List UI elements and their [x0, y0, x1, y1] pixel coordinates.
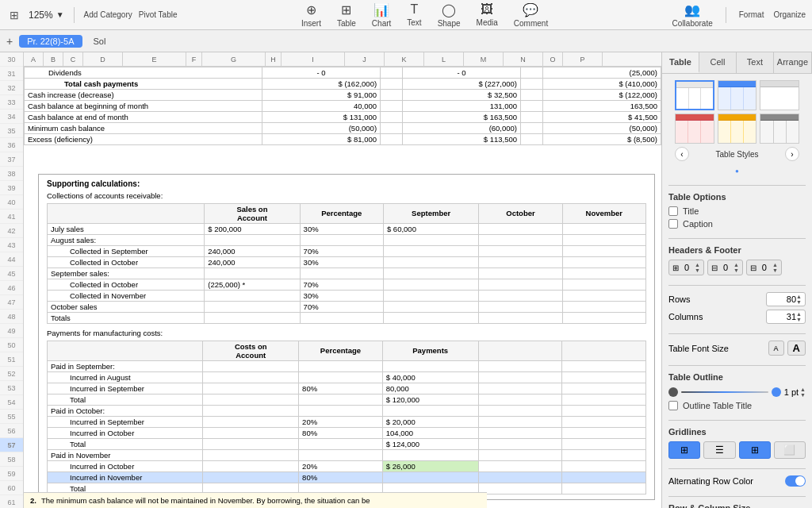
- ar-sepoct-oct[interactable]: [479, 279, 562, 290]
- mfg-paidoct-account[interactable]: [203, 405, 299, 416]
- mfg-paidoct-e2[interactable]: [562, 405, 646, 416]
- toolbar-collaborate[interactable]: 👥 Collaborate: [672, 2, 713, 28]
- caption-checkbox[interactable]: [668, 219, 678, 229]
- ar-augoct-oct[interactable]: [479, 256, 562, 267]
- mfg-octtotal-e1[interactable]: [478, 438, 562, 449]
- mfg-paidnov-pct[interactable]: [299, 449, 383, 460]
- mfg-paidoct-pct[interactable]: [299, 405, 383, 416]
- ar-july-oct[interactable]: [479, 223, 562, 234]
- zoom-dropdown-icon[interactable]: ▼: [56, 10, 64, 19]
- mfg-septotal-e2[interactable]: [562, 394, 646, 405]
- gridlines-horiz[interactable]: ☰: [703, 441, 735, 459]
- title-checkbox[interactable]: [668, 206, 678, 216]
- ar-sep-oct[interactable]: [479, 267, 562, 279]
- mfg-paidnov-e1[interactable]: [478, 449, 562, 460]
- mfg-paidsep-account[interactable]: [203, 360, 299, 371]
- gridlines-all[interactable]: ⊞: [668, 441, 700, 459]
- table-style-1[interactable]: [675, 80, 714, 110]
- mfg-novinc-pay[interactable]: [382, 471, 478, 483]
- ar-july-pct[interactable]: 30%: [300, 223, 383, 234]
- toolbar-shape[interactable]: ◯ Shape: [438, 2, 461, 28]
- ar-aug-sep[interactable]: [383, 234, 478, 245]
- header-rows-stepper[interactable]: ▲ ▼: [695, 262, 700, 273]
- table-style-4[interactable]: [675, 114, 714, 144]
- mfg-novinc-pct[interactable]: 80%: [299, 471, 383, 483]
- ar-totals-nov[interactable]: [562, 312, 645, 323]
- mfg-novinc-e1[interactable]: [478, 471, 562, 483]
- table-style-3[interactable]: [760, 80, 799, 110]
- toolbar-add-category[interactable]: Add Category: [84, 10, 132, 19]
- mfg-octinc-e2[interactable]: [562, 427, 646, 438]
- mfg-octinc-e1[interactable]: [478, 427, 562, 438]
- mfg-octtotal-e2[interactable]: [562, 438, 646, 449]
- mfg-octnov-pct[interactable]: 20%: [299, 460, 383, 471]
- ar-sepoct-nov[interactable]: [562, 279, 645, 290]
- mfg-aug-e1[interactable]: [478, 371, 562, 383]
- mfg-septotal-account[interactable]: [203, 394, 299, 405]
- cell-e-31[interactable]: $ (162,000): [262, 79, 381, 90]
- app-icon[interactable]: ⊞: [6, 7, 22, 23]
- mfg-septotal-pct[interactable]: [299, 394, 383, 405]
- ar-augsep-account[interactable]: 240,000: [205, 245, 300, 256]
- mfg-sepoct-e2[interactable]: [562, 416, 646, 427]
- mfg-octnov-e2[interactable]: [562, 460, 646, 471]
- ar-july-nov[interactable]: [562, 223, 645, 234]
- toolbar-text[interactable]: T Text: [407, 2, 421, 27]
- ar-augoct-nov[interactable]: [562, 256, 645, 267]
- mfg-paidnov-pay[interactable]: [382, 449, 478, 460]
- header-rows-down[interactable]: ▼: [695, 267, 700, 273]
- mfg-novtotal-e1[interactable]: [478, 483, 562, 494]
- header-cols-up[interactable]: ▲: [733, 262, 739, 267]
- ar-aug-account[interactable]: [205, 234, 300, 245]
- mfg-sepinc-e2[interactable]: [562, 383, 646, 394]
- cell-g-33[interactable]: 131,000: [403, 101, 521, 112]
- panel-tab-table[interactable]: Table: [662, 52, 699, 73]
- cell-e-35[interactable]: (50,000): [262, 123, 381, 134]
- cell-g-36[interactable]: $ 113,500: [403, 134, 521, 145]
- panel-tab-arrange[interactable]: Arrange: [774, 52, 812, 73]
- mfg-sepinc-pct[interactable]: 80%: [299, 383, 383, 394]
- table-style-2[interactable]: [718, 80, 757, 110]
- ar-totals-account[interactable]: [205, 312, 300, 323]
- ar-totals-pct[interactable]: [300, 312, 383, 323]
- ar-augsep-nov[interactable]: [562, 245, 645, 256]
- cell-i-36[interactable]: $ (8,500): [542, 134, 661, 145]
- mfg-paidnov-e2[interactable]: [562, 449, 646, 460]
- mfg-sepoct-pct[interactable]: 20%: [299, 416, 383, 427]
- cell-e-30[interactable]: - 0: [262, 67, 381, 79]
- mfg-sepoct-account[interactable]: [203, 416, 299, 427]
- ar-augoct-pct[interactable]: 30%: [300, 256, 383, 267]
- cols-stepper[interactable]: ▲ ▼: [796, 311, 802, 322]
- toolbar-insert[interactable]: ⊕ Insert: [301, 2, 321, 28]
- ar-totals-oct[interactable]: [479, 312, 562, 323]
- cell-g-32[interactable]: $ 32,500: [403, 90, 521, 101]
- toolbar-comment[interactable]: 💬 Comment: [514, 2, 548, 28]
- mfg-sepoct-e1[interactable]: [478, 416, 562, 427]
- ar-totals-sep[interactable]: [383, 312, 478, 323]
- mfg-octnov-pay[interactable]: $ 26,000: [382, 460, 478, 471]
- outline-stepper[interactable]: ▲ ▼: [800, 387, 806, 398]
- ar-oct-oct[interactable]: [479, 301, 562, 312]
- tab-inactive[interactable]: Sol: [86, 35, 114, 48]
- ar-sepnov-nov[interactable]: [562, 290, 645, 301]
- ar-oct-account[interactable]: [205, 301, 300, 312]
- cell-g-31[interactable]: $ (227,000): [403, 79, 521, 90]
- mfg-aug-account[interactable]: [203, 371, 299, 383]
- mfg-octtotal-pct[interactable]: [299, 438, 383, 449]
- ar-oct-nov[interactable]: [562, 301, 645, 312]
- cols-down[interactable]: ▼: [796, 317, 802, 322]
- toolbar-pivot-table[interactable]: Pivot Table: [139, 10, 178, 19]
- mfg-octnov-account[interactable]: [203, 460, 299, 471]
- ar-oct-sep[interactable]: [383, 301, 478, 312]
- mfg-paidsep-e2[interactable]: [562, 360, 646, 371]
- ar-aug-pct[interactable]: [300, 234, 383, 245]
- mfg-sepinc-pay[interactable]: 80,000: [382, 383, 478, 394]
- mfg-paidsep-pay[interactable]: [382, 360, 478, 371]
- mfg-sepoct-pay[interactable]: $ 20,000: [382, 416, 478, 427]
- outline-up[interactable]: ▲: [800, 387, 806, 392]
- ar-sep-pct[interactable]: [300, 267, 383, 279]
- ar-sepoct-sep[interactable]: [383, 279, 478, 290]
- gridlines-none[interactable]: ⬜: [774, 441, 806, 459]
- cols-up[interactable]: ▲: [796, 311, 802, 317]
- header-cols-down[interactable]: ▼: [733, 267, 739, 273]
